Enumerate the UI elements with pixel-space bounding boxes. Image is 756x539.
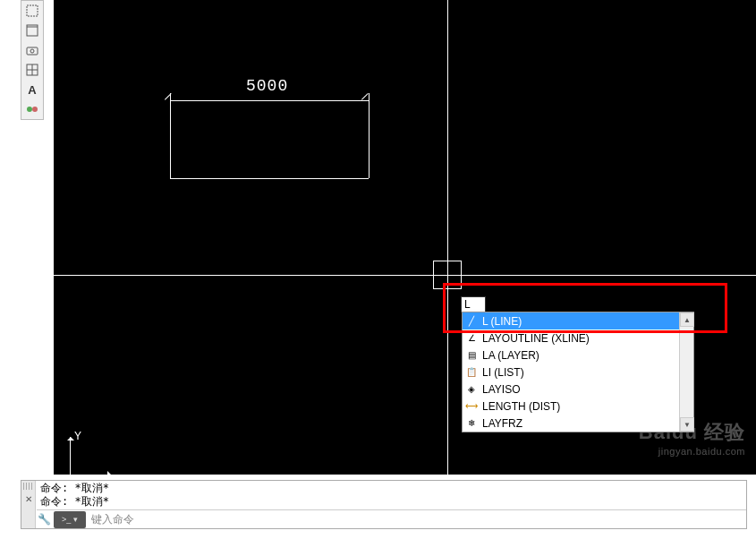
command-input-row: 🔧 >_ ▾ 键入命令 [37,509,746,528]
layiso-icon: ◈ [464,382,479,397]
crosshair-vertical [447,0,448,475]
autocomplete-label: LAYISO [482,383,675,396]
autocomplete-label: LAYOUTLINE (XLINE) [482,332,675,345]
command-history: 命令: *取消* 命令: *取消* [37,481,746,509]
list-icon: 📋 [464,365,479,380]
dynamic-input [461,295,486,312]
dimension-tick-left [165,93,177,106]
dimension-value: 5000 [246,77,288,95]
dimension-ext-right [369,93,370,178]
ucs-y-arrow-icon [67,433,74,441]
autocomplete-label: LA (LAYER) [482,349,675,362]
autocomplete-item-layoutline[interactable]: ∠ LAYOUTLINE (XLINE) [463,329,679,346]
command-prompt-icon[interactable]: >_ ▾ [54,511,86,528]
autocomplete-item-layer[interactable]: ▤ LA (LAYER) [463,346,679,364]
command-window: ✕ 命令: *取消* 命令: *取消* 🔧 >_ ▾ 键入命令 [21,480,747,529]
tool-camera-icon[interactable] [21,40,43,60]
dimension-line [170,100,369,101]
autocomplete-scrollbar[interactable]: ▲ ▼ [679,312,693,432]
grip-icon[interactable] [23,483,33,490]
ucs-x-label: X [116,473,123,475]
autocomplete-item-list[interactable]: 📋 LI (LIST) [463,364,679,381]
cursor-pickbox [433,261,462,289]
svg-point-8 [27,107,32,112]
tool-box-icon[interactable] [21,21,43,40]
xline-icon: ∠ [464,331,479,346]
dynamic-command-input[interactable] [461,296,486,312]
line-icon: ╱ [464,314,479,329]
ucs-y-axis [70,437,71,475]
dimension-baseline [170,178,369,179]
autocomplete-label: LAYFRZ [482,417,675,430]
tool-text-icon[interactable]: A [21,80,43,99]
dimension-ext-left [170,93,171,178]
tool-layer-icon[interactable] [21,99,43,119]
history-line: 命令: *取消* [40,482,743,495]
watermark-url: jingyan.baidu.com [639,446,745,457]
command-placeholder[interactable]: 键入命令 [89,512,134,527]
autocomplete-item-line[interactable]: ╱ L (LINE) [463,312,679,329]
crosshair-horizontal [54,275,756,276]
autocomplete-item-layfrz[interactable]: ❄ LAYFRZ [463,415,679,432]
side-toolbar: A [21,0,44,120]
layfrz-icon: ❄ [464,416,479,431]
layer-icon: ▤ [464,348,479,363]
command-window-body: 命令: *取消* 命令: *取消* 🔧 >_ ▾ 键入命令 [37,481,746,528]
autocomplete-label: LENGTH (DIST) [482,400,675,413]
svg-point-9 [32,107,38,112]
autocomplete-item-length[interactable]: ⟷ LENGTH (DIST) [463,398,679,415]
ucs-y-label: Y [74,430,81,442]
svg-point-4 [30,49,34,53]
scroll-down-icon[interactable]: ▼ [680,417,694,432]
history-line: 命令: *取消* [40,495,743,509]
close-icon[interactable]: ✕ [22,492,35,505]
svg-rect-0 [27,5,38,16]
autocomplete-label: L (LINE) [482,315,675,328]
ucs-x-arrow-icon [107,471,115,475]
autocomplete-item-layiso[interactable]: ◈ LAYISO [463,381,679,398]
tool-ucs-icon[interactable] [21,1,43,21]
dimension-tick-right [361,93,374,106]
autocomplete-label: LI (LIST) [482,366,675,379]
scroll-up-icon[interactable]: ▲ [680,312,694,327]
wrench-icon[interactable]: 🔧 [37,513,51,526]
autocomplete-dropdown: ╱ L (LINE) ∠ LAYOUTLINE (XLINE) ▤ LA (LA… [462,312,694,432]
command-window-header[interactable]: ✕ [21,481,36,528]
length-icon: ⟷ [464,399,479,414]
tool-grid-icon[interactable] [21,60,43,80]
svg-rect-3 [27,47,38,55]
